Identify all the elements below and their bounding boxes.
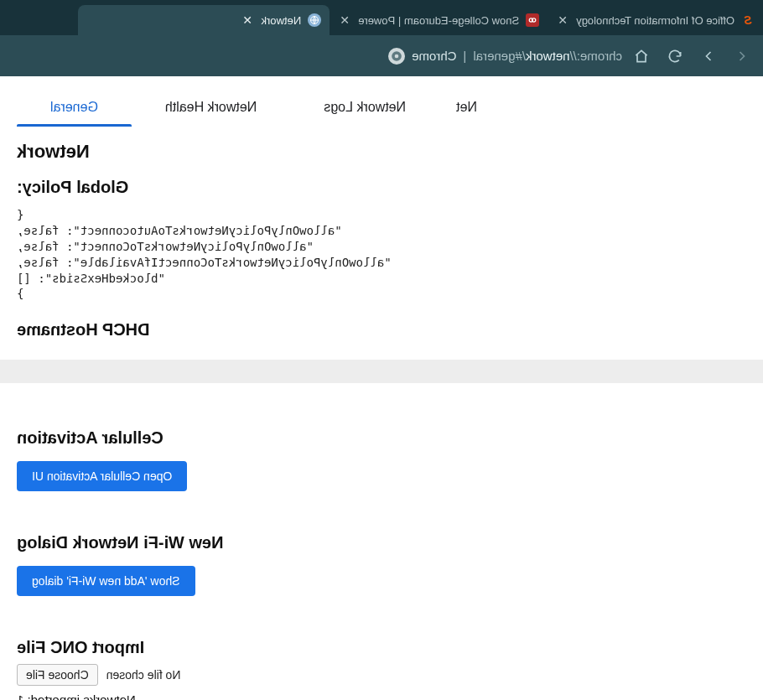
browser-tab-office-it[interactable]: S Office Of Information Technology ✕ — [548, 5, 763, 35]
page-content: General Network Health Network Logs Net … — [0, 76, 763, 700]
tab-general[interactable]: General — [17, 91, 132, 127]
reload-button[interactable] — [661, 42, 689, 70]
import-onc-heading: Import ONC File — [17, 638, 746, 657]
global-policy-json: { "allowOnlyPolicyNetworksToAutoconnect"… — [17, 204, 746, 305]
section-import-onc: Import ONC File Choose File No file chos… — [0, 609, 763, 700]
section-cellular: Cellular Activation Open Cellular Activa… — [0, 400, 763, 505]
cellular-heading: Cellular Activation — [17, 428, 746, 448]
back-button[interactable] — [728, 42, 756, 70]
tab-title: Network — [261, 14, 301, 27]
tab-title: Office Of Information Technology — [576, 14, 734, 27]
browser-tab-eduroam[interactable]: Snow College-Eduroam | Powere ✕ — [330, 5, 548, 35]
close-icon[interactable]: ✕ — [556, 13, 569, 27]
dhcp-hostname-box — [0, 360, 763, 383]
choose-file-button[interactable]: Choose File — [17, 664, 98, 686]
address-bar[interactable]: Chrome | chrome://network/#general — [7, 48, 622, 65]
url-host: network — [526, 49, 570, 63]
page-tabs: General Network Health Network Logs Net — [0, 76, 763, 127]
browser-toolbar: Chrome | chrome://network/#general — [0, 35, 763, 76]
forward-button[interactable] — [694, 42, 723, 70]
url-divider: | — [463, 49, 466, 63]
tab-title: Snow College-Eduroam | Powere — [358, 14, 519, 27]
close-icon[interactable]: ✕ — [241, 13, 254, 27]
url-path: /#general — [473, 49, 526, 63]
tab-overflow[interactable]: Net — [439, 91, 477, 127]
tab-network-health[interactable]: Network Health — [132, 91, 290, 127]
tab-network-logs[interactable]: Network Logs — [290, 91, 439, 127]
svg-point-4 — [395, 54, 399, 58]
show-add-wifi-button[interactable]: Show 'Add new Wi-Fi' dialog — [17, 566, 195, 596]
browser-tab-network[interactable]: Network ✕ — [78, 5, 330, 35]
import-result: Networks imported: 1 — [17, 692, 746, 700]
home-button[interactable] — [627, 42, 656, 70]
globe-icon — [308, 13, 321, 27]
section-network: Network Global Policy: { "allowOnlyPolic… — [0, 127, 763, 351]
wifi-heading: New Wi-Fi Network Dialog — [17, 533, 746, 552]
snow-favicon-icon: S — [741, 13, 755, 27]
dhcp-heading: DHCP Hostname — [17, 320, 746, 340]
section-wifi: New Wi-Fi Network Dialog Show 'Add new W… — [0, 505, 763, 609]
close-icon[interactable]: ✕ — [338, 13, 351, 27]
global-policy-heading: Global Policy: — [17, 178, 746, 197]
chrome-icon — [388, 48, 405, 65]
eduroam-favicon-icon — [526, 13, 539, 27]
chrome-label: Chrome — [412, 49, 456, 63]
network-heading: Network — [17, 141, 746, 163]
browser-tab-bar: S Office Of Information Technology ✕ Sno… — [0, 0, 763, 35]
file-status: No file chosen — [106, 668, 181, 682]
url-scheme: chrome:// — [569, 49, 622, 63]
open-cellular-activation-button[interactable]: Open Cellular Activation UI — [17, 461, 187, 491]
